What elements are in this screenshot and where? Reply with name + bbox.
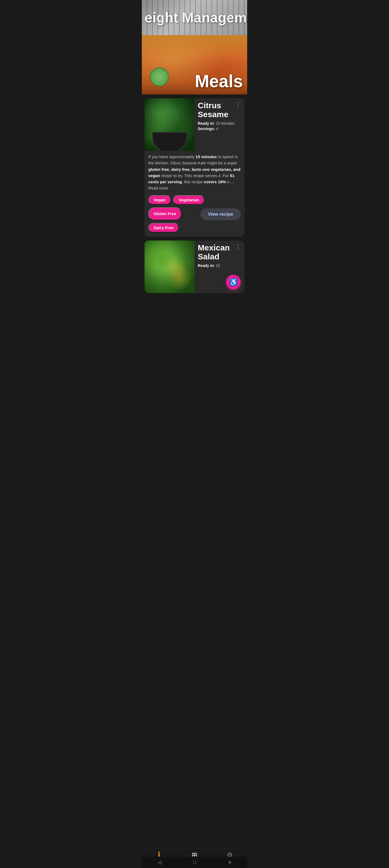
view-recipe-button-citrus-sesame[interactable]: View recipe <box>200 208 241 220</box>
hero-meals-label: Meals <box>195 71 247 94</box>
tag-dairy-free[interactable]: Dairy Free <box>148 223 179 232</box>
tag-vegan[interactable]: Vegan <box>148 195 171 205</box>
tags-row-1: Vegan Vegetarian <box>148 195 241 205</box>
recipe-servings-citrus-sesame: Servings: 4 <box>198 126 242 132</box>
tags-row-3: Dairy Free <box>148 223 241 232</box>
tag-vegetarian[interactable]: Vegetarian <box>173 195 204 205</box>
recipe-description-citrus-sesame: If you have approximately 15 minutes to … <box>144 151 245 193</box>
recipe-ready-mexican-salad: Ready in: 15 <box>198 263 242 269</box>
recipe-tags-section-citrus-sesame: Vegan Vegetarian Gluten Free View recipe… <box>144 193 245 237</box>
recipe-ready-citrus-sesame: Ready in: 15 minutes <box>198 121 242 126</box>
tags-row-2: Gluten Free View recipe <box>148 207 241 220</box>
accessibility-fab[interactable]: ♿ <box>226 275 241 289</box>
tag-gluten-free[interactable]: Gluten Free <box>148 207 182 220</box>
dots-vertical-icon <box>235 101 242 108</box>
dots-vertical-icon-2 <box>235 243 242 250</box>
recipe-image-citrus-sesame <box>144 98 194 151</box>
hero-title: eight Manageme <box>142 9 247 26</box>
recipe-image-mexican-salad <box>144 241 194 293</box>
recipe-card-citrus-sesame: Citrus Sesame Ready in: 15 minutes Servi… <box>144 98 245 237</box>
cucumber-decoration <box>150 67 169 86</box>
bowl-decoration <box>152 132 187 151</box>
hero-meals-section: Meals <box>142 35 247 94</box>
accessibility-icon: ♿ <box>229 279 238 285</box>
recipe-card-mexican-salad: Mexican Salad Ready in: 15 ♿ <box>144 241 245 293</box>
more-options-button-mexican-salad[interactable] <box>235 243 242 251</box>
more-options-button-citrus-sesame[interactable] <box>235 101 242 108</box>
hero-tape-section: eight Manageme <box>142 0 247 35</box>
